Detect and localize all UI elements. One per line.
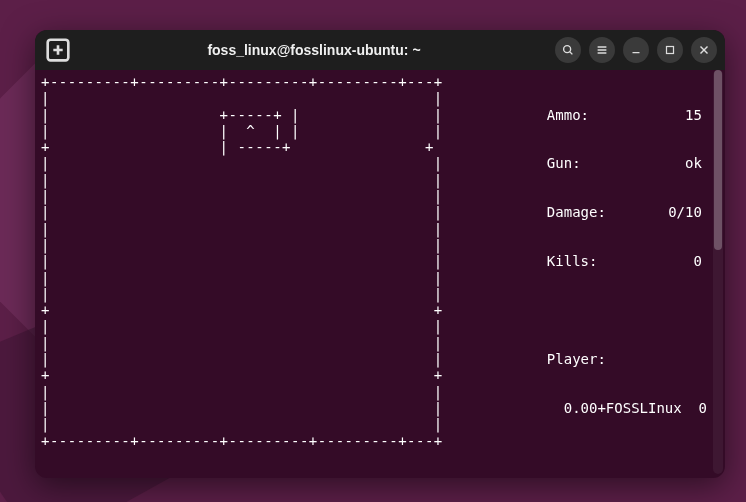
search-icon	[561, 43, 575, 57]
maximize-button[interactable]	[657, 37, 683, 63]
kills-value: 0	[693, 253, 701, 269]
scrollbar[interactable]	[713, 70, 723, 474]
blank-row-2	[547, 449, 707, 478]
ammo-row: Ammo:15	[547, 107, 702, 123]
damage-value: 0/10	[668, 204, 702, 220]
kills-label: Kills:	[547, 253, 598, 269]
damage-row: Damage:0/10	[547, 204, 702, 220]
stats-panel: Ammo:15 Gun:ok Damage:0/10 Kills:0 Playe…	[547, 74, 707, 478]
minimize-button[interactable]	[623, 37, 649, 63]
player-label: Player:	[547, 351, 707, 367]
ammo-label: Ammo:	[547, 107, 589, 123]
gun-value: ok	[685, 155, 702, 171]
terminal-window: foss_linux@fosslinux-ubuntu: ~	[35, 30, 725, 478]
gun-label: Gun:	[547, 155, 581, 171]
search-button[interactable]	[555, 37, 581, 63]
svg-rect-9	[667, 47, 674, 54]
ammo-value: 15	[685, 107, 702, 123]
damage-label: Damage:	[547, 204, 606, 220]
minimize-icon	[629, 43, 643, 57]
blank-row	[547, 302, 707, 318]
titlebar: foss_linux@fosslinux-ubuntu: ~	[35, 30, 725, 70]
scrollbar-thumb[interactable]	[714, 70, 722, 250]
maximize-icon	[663, 43, 677, 57]
menu-button[interactable]	[589, 37, 615, 63]
svg-line-4	[570, 52, 573, 55]
gun-row: Gun:ok	[547, 155, 702, 171]
kills-row: Kills:0	[547, 253, 702, 269]
new-tab-button[interactable]	[43, 35, 73, 65]
player-line: 0.00+FOSSLInux 0	[547, 400, 707, 416]
terminal-body[interactable]: +---------+---------+---------+---------…	[35, 70, 725, 478]
new-tab-icon	[43, 35, 73, 65]
window-title: foss_linux@fosslinux-ubuntu: ~	[73, 42, 555, 58]
hamburger-icon	[595, 43, 609, 57]
close-button[interactable]	[691, 37, 717, 63]
svg-point-3	[564, 46, 571, 53]
game-map: +---------+---------+---------+---------…	[41, 74, 443, 472]
close-icon	[697, 43, 711, 57]
